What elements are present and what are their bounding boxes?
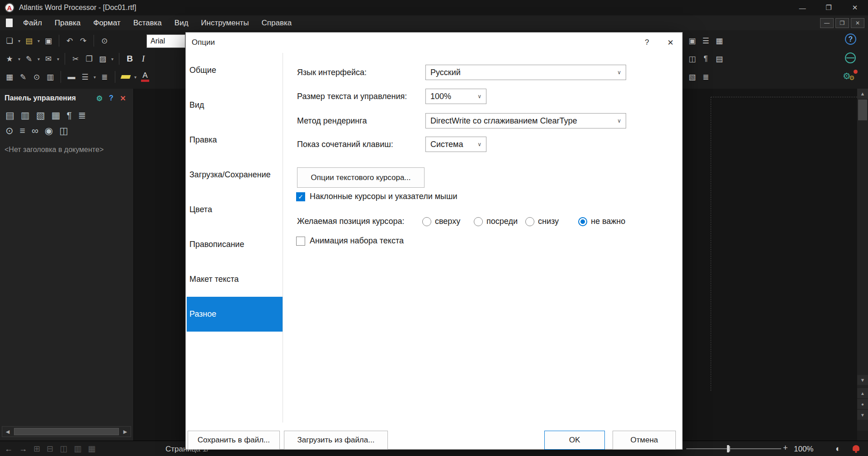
cursor-position-middle-option[interactable]: посреди [474,217,518,226]
edit-mode-dropdown-icon[interactable]: ▾ [36,52,42,66]
save-icon[interactable]: ▣ [42,34,55,48]
menu-format[interactable]: Формат [87,16,127,30]
line-spacing-dropdown-icon[interactable]: ▾ [92,70,98,84]
line-spacing-icon[interactable]: ☰ [78,70,92,84]
menu-tools[interactable]: Инструменты [195,16,255,30]
select-browse-object-icon[interactable]: ● [857,399,868,409]
back-arrow-icon[interactable]: ← [5,444,13,454]
language-select[interactable]: Русский ∨ [425,65,626,80]
category-view[interactable]: Вид [187,88,283,123]
headings-view-icon[interactable]: ▤ [5,110,14,121]
mail-dropdown-icon[interactable]: ▾ [55,52,61,66]
dialog-help-icon[interactable]: ? [635,33,659,52]
menu-file[interactable]: Файл [17,16,48,30]
scrollbar-thumb[interactable] [14,428,119,435]
mdi-close-icon[interactable]: ✕ [851,18,864,28]
new-document-icon[interactable]: ❏ [3,34,16,48]
cancel-button[interactable]: Отмена [613,431,676,450]
maximize-icon[interactable]: ❐ [816,0,842,15]
cursor-position-bottom-option[interactable]: снизу [525,217,559,226]
italic-button[interactable]: I [137,52,150,66]
menu-help[interactable]: Справка [255,16,298,30]
typing-animation-checkbox[interactable] [296,237,305,246]
clipboard-panel-icon[interactable]: ▦ [3,70,16,84]
previous-page-icon[interactable]: ▲ [857,388,868,398]
category-colors[interactable]: Цвета [187,192,283,227]
zoom-in-icon[interactable]: + [783,443,788,453]
font-color-icon[interactable]: A [138,70,152,84]
mdi-restore-icon[interactable]: ❐ [835,18,849,28]
panel-list-icon[interactable]: ≡ [20,125,25,136]
radio-unselected-icon[interactable] [422,217,431,226]
dialog-title-bar[interactable]: Опции ? ✕ [186,33,682,52]
panel-columns-icon[interactable]: ◫ [59,125,68,136]
save-to-file-button[interactable]: Сохранить в файл... [188,431,280,450]
mdi-minimize-icon[interactable]: — [820,18,834,28]
dialog-close-icon[interactable]: ✕ [659,33,682,52]
vertical-scrollbar[interactable]: ▲ ▼ ▲ ● ▼ [857,89,868,431]
highlight-dropdown-icon[interactable]: ▾ [132,70,138,84]
scroll-down-icon[interactable]: ▼ [857,375,868,385]
outline-view-icon[interactable]: ≣ [78,110,86,121]
shortcut-display-select[interactable]: Система ∨ [425,137,486,152]
lines-icon[interactable]: ≣ [699,70,712,84]
radio-unselected-icon[interactable] [474,217,483,226]
category-spelling[interactable]: Правописание [187,227,283,262]
panel-search-icon[interactable]: ⊙ [5,125,14,136]
paragraph-view-icon[interactable]: ¶ [66,110,71,121]
shade-icon[interactable]: ▧ [685,70,699,84]
styles-view-icon[interactable]: ▦ [52,110,61,121]
table-grid-icon[interactable]: ▦ [88,444,95,454]
columns-icon[interactable]: ◫ [685,52,699,66]
globe-icon[interactable] [845,52,856,63]
bookmarks-view-icon[interactable]: ▥ [21,110,30,121]
open-file-dropdown-icon[interactable]: ▾ [36,34,42,48]
ok-button[interactable]: OK [544,431,605,450]
find-icon[interactable]: ⊙ [98,34,111,48]
category-edit[interactable]: Правка [187,123,283,157]
cursor-position-top-option[interactable]: сверху [422,217,460,226]
table-delete-icon[interactable]: ⊟ [47,444,53,454]
menu-view[interactable]: Вид [168,16,195,30]
paste-dropdown-icon[interactable]: ▾ [109,52,115,66]
ui-scale-select[interactable]: 100% ∨ [425,89,486,104]
favorites-icon[interactable]: ★ [3,52,16,66]
close-icon[interactable]: ✕ [842,0,868,15]
table-split-icon[interactable]: ▥ [74,444,81,454]
forward-arrow-icon[interactable]: → [19,444,27,454]
table-icon[interactable]: ▦ [712,34,726,48]
load-from-file-button[interactable]: Загрузить из файла... [284,431,388,450]
category-load-save[interactable]: Загрузка/Сохранение [187,157,283,192]
eraser-icon[interactable]: ▬ [65,70,78,84]
radio-selected-icon[interactable] [578,217,587,226]
mail-icon[interactable]: ✉ [42,52,55,66]
slanted-cursors-checkbox[interactable]: ✓ [296,192,305,201]
panel-close-icon[interactable]: ✕ [117,94,129,103]
panel-binoculars-icon[interactable]: ∞ [32,125,38,136]
help-icon[interactable]: ? [845,33,856,45]
panel-horizontal-scrollbar[interactable]: ◀ ▶ [2,426,131,437]
pilcrow-icon[interactable]: ¶ [699,52,712,66]
scroll-up-icon[interactable]: ▲ [857,89,868,99]
zoom-tool-icon[interactable]: ⊙ [30,70,43,84]
copy-icon[interactable]: ❐ [82,52,96,66]
zoom-slider-handle[interactable] [727,445,729,452]
zoom-slider[interactable] [686,448,781,449]
cut-icon[interactable]: ✂ [69,52,82,66]
contrast-mode-icon[interactable]: ◐ [835,444,840,454]
print-icon[interactable]: ▥ [43,70,57,84]
font-name-combo[interactable]: Arial [146,34,185,48]
highlight-color-icon[interactable] [119,70,132,84]
scrollbar-thumb[interactable] [858,100,867,120]
next-page-icon[interactable]: ▼ [857,410,868,420]
edit-mode-icon[interactable]: ✎ [22,52,36,66]
list-icon[interactable]: ☰ [699,34,712,48]
category-misc[interactable]: Разное [187,297,283,332]
scroll-left-icon[interactable]: ◀ [2,427,13,437]
object-icon[interactable]: ▣ [685,34,699,48]
menu-insert[interactable]: Вставка [127,16,168,30]
menu-edit[interactable]: Правка [48,16,87,30]
text-cursor-options-button[interactable]: Опции текстового курсора... [297,167,425,188]
fields-view-icon[interactable]: ▧ [36,110,45,121]
paragraph-marks-icon[interactable]: ≣ [98,70,111,84]
